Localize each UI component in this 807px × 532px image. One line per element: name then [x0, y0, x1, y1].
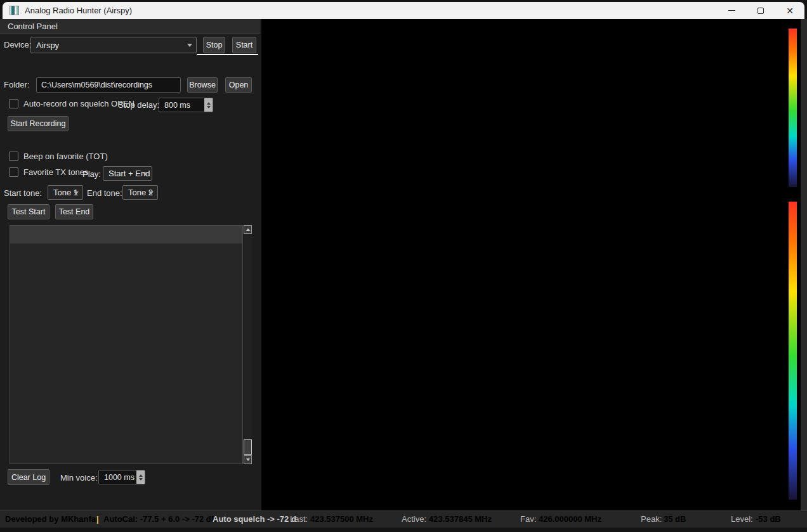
fav-tx-row: Favorite TX tones — [9, 167, 88, 177]
fav-tx-checkbox[interactable] — [9, 167, 18, 177]
status-fav-label: Fav: — [520, 511, 536, 528]
chevron-down-icon — [148, 191, 154, 195]
chevron-down-icon — [187, 44, 192, 47]
status-level-label: Level: — [731, 511, 753, 528]
start-recording-button[interactable]: Start Recording — [8, 116, 69, 131]
status-level-value: -53 dB — [756, 511, 781, 528]
status-fav-value: 426.000000 MHz — [539, 511, 601, 528]
clear-log-button[interactable]: Clear Log — [8, 469, 49, 485]
status-credit: Developed by MKhanfar — [5, 511, 99, 528]
close-button[interactable]: ✕ — [775, 2, 804, 19]
fav-tx-label: Favorite TX tones — [23, 167, 88, 177]
status-peak-value: 35 dB — [664, 511, 686, 528]
status-autocal: AutoCal: -77.5 + 6.0 -> -72 dB — [103, 511, 217, 528]
min-voice-spinner[interactable]: 1000 ms — [98, 470, 145, 484]
status-auto-squelch: Auto squelch -> -72 d — [213, 511, 296, 528]
browse-button[interactable]: Browse — [187, 77, 218, 93]
stop-delay-value: 800 ms — [164, 101, 190, 110]
status-last-value: 423.537500 MHz — [310, 511, 373, 528]
stop-delay-spinner[interactable]: 800 ms — [159, 98, 213, 112]
auto-record-checkbox[interactable] — [9, 99, 18, 108]
chevron-down-icon — [74, 191, 79, 195]
window-title: Analog Radio Hunter (Airspy) — [25, 6, 132, 15]
window-bottom-frame — [0, 528, 807, 532]
tabbar-baseline — [197, 54, 258, 55]
spinner-buttons-icon[interactable] — [204, 98, 213, 112]
folder-input[interactable]: C:\Users\m0569\dist\recordings — [36, 77, 181, 93]
spectrum-frequency-axis — [292, 188, 787, 198]
beep-checkbox[interactable] — [9, 152, 18, 161]
waterfall-canvas[interactable] — [292, 202, 787, 500]
control-panel-header: Control Panel — [0, 19, 260, 34]
status-active-label: Active: — [402, 511, 426, 528]
window-controls: ✕ — [717, 2, 804, 19]
stop-button[interactable]: Stop — [203, 37, 225, 53]
close-icon: ✕ — [786, 6, 794, 15]
spectrum-canvas[interactable] — [292, 29, 787, 187]
beep-row: Beep on favorite (TOT) — [9, 152, 108, 161]
play-label: Play: — [82, 169, 101, 179]
scroll-down-button[interactable] — [244, 455, 252, 464]
status-last-label: Last: — [290, 511, 308, 528]
device-select[interactable]: Airspy — [30, 37, 197, 53]
event-log-table[interactable] — [10, 225, 243, 464]
status-bar: Developed by MKhanfar | AutoCal: -77.5 +… — [0, 510, 807, 528]
scrollbar-thumb[interactable] — [244, 439, 252, 455]
app-window: Analog Radio Hunter (Airspy) ✕ Control P… — [0, 0, 807, 532]
spinner-buttons-icon[interactable] — [136, 470, 145, 484]
test-start-button[interactable]: Test Start — [8, 204, 49, 219]
arrow-down-icon — [246, 458, 250, 461]
end-tone-select[interactable]: Tone 2 — [122, 185, 158, 200]
device-label: Device: — [4, 40, 31, 49]
status-peak-label: Peak: — [641, 511, 662, 528]
spectrum-color-legend — [789, 29, 797, 187]
arrow-up-icon — [246, 228, 250, 231]
min-voice-value: 1000 ms — [104, 473, 134, 482]
minimize-icon — [728, 10, 735, 11]
device-value: Airspy — [36, 41, 59, 50]
auto-record-row: Auto-record on squelch OPEN — [9, 99, 134, 108]
spectrum-db-axis — [269, 29, 289, 187]
status-active-value: 423.537845 MHz — [429, 511, 492, 528]
titlebar[interactable]: Analog Radio Hunter (Airspy) ✕ — [3, 2, 804, 19]
open-button[interactable]: Open — [225, 77, 252, 93]
start-button[interactable]: Start — [232, 37, 256, 53]
maximize-icon — [758, 8, 764, 14]
scroll-up-button[interactable] — [244, 225, 252, 234]
right-edge-strip — [801, 19, 807, 510]
log-table-body[interactable] — [10, 243, 242, 464]
log-table-header — [10, 226, 242, 243]
start-tone-select[interactable]: Tone 1 — [48, 185, 83, 200]
chevron-down-icon — [143, 172, 148, 176]
start-tone-label: Start tone: — [4, 188, 42, 198]
beep-label: Beep on favorite (TOT) — [23, 152, 108, 161]
play-select[interactable]: Start + End — [103, 166, 152, 181]
folder-label: Folder: — [4, 80, 29, 89]
minimize-button[interactable] — [717, 2, 746, 19]
control-panel-title: Control Panel — [8, 22, 58, 31]
stop-delay-label: Stop delay: — [118, 100, 159, 110]
log-scrollbar[interactable] — [244, 225, 252, 464]
waterfall-color-legend — [789, 202, 797, 500]
test-end-button[interactable]: Test End — [55, 204, 93, 219]
end-tone-label: End tone: — [87, 188, 122, 198]
status-separator: | — [96, 511, 99, 528]
maximize-button[interactable] — [746, 2, 775, 19]
min-voice-label: Min voice: — [60, 473, 98, 483]
app-icon — [10, 6, 19, 15]
